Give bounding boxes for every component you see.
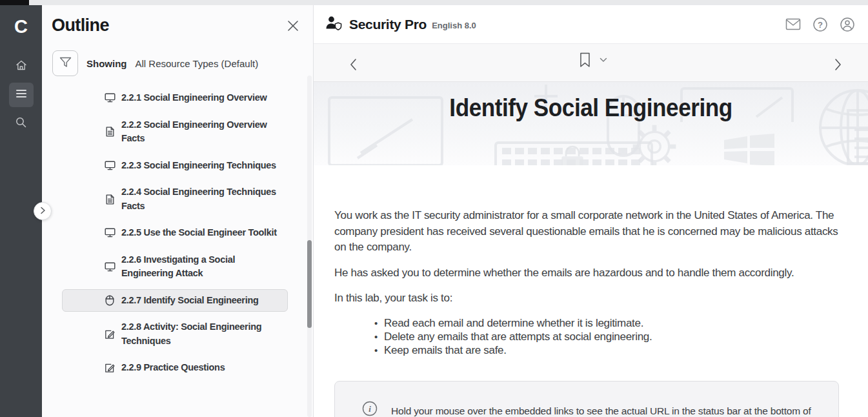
brand: Security Pro English 8.0 <box>325 15 476 34</box>
home-icon <box>15 59 28 74</box>
bookmark-button[interactable] <box>579 52 590 68</box>
menu-icon <box>15 89 27 101</box>
outline-scrollbar-thumb[interactable] <box>307 240 312 328</box>
chevron-left-icon <box>350 62 357 73</box>
document-icon <box>104 194 116 205</box>
outline-item-2.2.2[interactable]: 2.2.2 Social Engineering Overview Facts <box>62 114 288 150</box>
close-icon <box>287 23 299 34</box>
outline-close-button[interactable] <box>287 20 299 34</box>
info-icon: i <box>362 401 378 417</box>
outline-item-2.2.4[interactable]: 2.2.4 Social Engineering Techniques Fact… <box>62 181 288 218</box>
outline-item-2.2.9[interactable]: 2.2.9 Practice Questions <box>62 356 288 376</box>
home-button[interactable] <box>10 56 32 77</box>
next-button[interactable] <box>829 53 847 79</box>
resource-filter-button[interactable] <box>52 50 78 76</box>
pattern-lock-icon <box>550 145 595 165</box>
outline-menu-button[interactable] <box>9 83 34 107</box>
outline-item-label: 2.2.2 Social Engineering Overview Facts <box>121 118 282 146</box>
lesson-title: Identify Social Engineering <box>449 94 732 122</box>
svg-text:i: i <box>368 404 371 414</box>
outline-item-label: 2.2.5 Use the Social Engineer Toolkit <box>121 226 282 240</box>
outline-item-label: 2.2.6 Investigating a Social Engineering… <box>121 253 282 281</box>
lesson-nav-bar <box>314 44 868 82</box>
pattern-gear-icon <box>616 121 693 165</box>
pencil-icon <box>104 363 116 373</box>
outline-list: 2.2.1 Social Engineering Overview2.2.2 S… <box>42 86 313 376</box>
person-shield-icon <box>325 15 343 34</box>
browser-chrome-fragment <box>0 0 29 5</box>
info-note-box: i Hold your mouse over the embedded link… <box>334 381 839 417</box>
app-screen: C <box>0 0 868 417</box>
document-icon <box>104 127 116 137</box>
app-header: Security Pro English 8.0 ? <box>314 5 868 44</box>
scenario-paragraph: He has asked you to determine whether th… <box>334 265 839 281</box>
help-button[interactable]: ? <box>812 17 828 32</box>
app-title: Security Pro <box>349 17 427 32</box>
outline-item-label: 2.2.7 Identify Social Engineering <box>121 294 282 308</box>
filter-value: All Resource Types (Default) <box>136 58 259 69</box>
outline-item-label: 2.2.8 Activity: Social Engineering Techn… <box>121 320 282 348</box>
scenario-paragraph: You work as the IT security administrato… <box>334 208 839 256</box>
task-item: Delete any emails that are attempts at s… <box>384 330 839 343</box>
outline-item-label: 2.2.9 Practice Questions <box>121 361 282 375</box>
lesson-banner: Identify Social Engineering <box>314 82 868 165</box>
search-icon <box>15 116 27 131</box>
app-logo: C <box>14 13 28 40</box>
lesson-content: You work as the IT security administrato… <box>314 165 868 417</box>
task-item: Keep emails that are safe. <box>384 343 839 357</box>
outline-panel-title: Outline <box>52 15 109 36</box>
filter-showing-label: Showing <box>86 58 127 69</box>
task-intro: In this lab, your task is to: <box>334 290 839 307</box>
app-edition: English 8.0 <box>432 21 476 30</box>
previous-button[interactable] <box>345 53 362 79</box>
mail-button[interactable] <box>785 18 801 30</box>
outline-item-2.2.1[interactable]: 2.2.1 Social Engineering Overview <box>62 86 288 110</box>
monitor-icon <box>104 161 116 170</box>
outline-item-label: 2.2.1 Social Engineering Overview <box>121 91 282 105</box>
task-item: Read each email and determine whether it… <box>384 316 839 330</box>
outline-item-2.2.6[interactable]: 2.2.6 Investigating a Social Engineering… <box>62 249 288 285</box>
monitor-icon <box>104 228 116 238</box>
outline-panel: Outline Showing All Resource Types (Defa… <box>42 5 314 417</box>
chevron-right-icon <box>40 205 46 217</box>
pattern-squares-icon <box>724 134 776 165</box>
main-area: Security Pro English 8.0 ? <box>314 5 868 417</box>
account-button[interactable] <box>840 17 855 32</box>
chevron-right-icon <box>834 62 842 73</box>
svg-text:?: ? <box>818 19 823 29</box>
bookmark-dropdown-button[interactable] <box>599 57 607 63</box>
panel-expand-button[interactable] <box>34 202 52 220</box>
note-text: Hold your mouse over the embedded links … <box>391 401 812 417</box>
mouse-icon <box>104 295 116 306</box>
task-list: Read each email and determine whether it… <box>334 316 839 358</box>
top-edge-strip <box>0 0 868 5</box>
monitor-icon <box>104 93 116 103</box>
monitor-icon <box>104 262 116 272</box>
pencil-icon <box>104 329 116 340</box>
outline-item-2.2.8[interactable]: 2.2.8 Activity: Social Engineering Techn… <box>62 316 288 352</box>
filter-funnel-icon <box>59 57 72 70</box>
outline-item-label: 2.2.3 Social Engineering Techniques <box>121 159 282 173</box>
outline-item-2.2.7[interactable]: 2.2.7 Identify Social Engineering <box>62 289 288 312</box>
search-button[interactable] <box>10 112 32 134</box>
outline-item-2.2.5[interactable]: 2.2.5 Use the Social Engineer Toolkit <box>62 221 288 245</box>
outline-item-2.2.3[interactable]: 2.2.3 Social Engineering Techniques <box>62 154 288 178</box>
outline-item-label: 2.2.4 Social Engineering Techniques Fact… <box>121 185 282 213</box>
